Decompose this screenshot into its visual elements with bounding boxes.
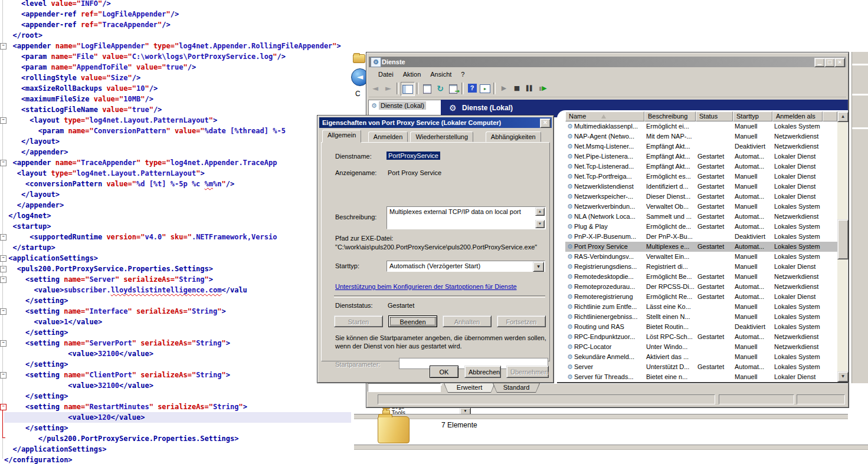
help-icon[interactable]: ? (466, 82, 479, 95)
code-token: > (226, 339, 230, 347)
table-row[interactable]: ⚙NLA (Network Loca...Sammelt und ...Gest… (565, 212, 837, 222)
table-row[interactable]: ⚙Net.Tcp-Portfreiga...Ermöglicht es...Ge… (565, 172, 837, 182)
service-name-value[interactable]: PortProxyService (386, 152, 440, 160)
tree-item-dienste-lokal[interactable]: ⚙ Dienste (Lokal) (371, 102, 426, 110)
menu-item-?[interactable]: ? (461, 68, 464, 80)
minimize-button[interactable]: ▁ (814, 58, 825, 67)
table-row[interactable]: ⚙Net.Pipe-Listenera...Empfängt Akt...Ges… (565, 152, 837, 162)
description-textarea[interactable]: Multiplexes external TCP/IP data on loca… (386, 206, 546, 229)
fortsetzen-button[interactable]: Fortsetzen (497, 315, 546, 327)
column-header-beschreibung[interactable]: Beschreibung (644, 111, 696, 121)
service-gear-icon: ⚙ (567, 183, 573, 190)
code-token: > (222, 307, 226, 315)
start-service-icon[interactable]: ▶ (497, 82, 510, 95)
table-row[interactable]: ⚙RemoteregistrierungErmöglicht Re...Gest… (565, 292, 837, 302)
code-line: </layout> (4, 136, 351, 147)
dialog-title-bar[interactable]: Eigenschaften von Port Proxy Service (Lo… (319, 117, 552, 128)
table-row[interactable]: ⚙RPC-LocatorUnter Windo...ManuellNetzwer… (565, 342, 837, 352)
restart-service-icon[interactable]: ▮▶ (536, 82, 549, 95)
view-tab-erweitert[interactable]: Erweitert (444, 383, 495, 393)
scroll-up-icon[interactable]: ▲ (837, 111, 849, 122)
table-row[interactable]: ⚙NAP-Agent (Netwo...Mit dem NAP-...Manue… (565, 131, 837, 141)
tab-allgemein[interactable]: Allgemein (322, 130, 361, 143)
table-row[interactable]: ⚙Richtlinienergebniss...Stellt einen N..… (565, 312, 837, 322)
cancel-button[interactable]: Abbrechen (464, 366, 501, 378)
table-row[interactable]: ⚙RAS-Verbindungsv...Verwaltet Ein...Manu… (565, 252, 837, 262)
close-icon[interactable]: × (540, 119, 551, 128)
column-header-status[interactable]: Status (696, 111, 733, 121)
code-line: <appender-ref ref="LogFileAppender"/> (4, 9, 351, 19)
services-title-bar[interactable]: ⚙ Dienste ▁ □ × (369, 57, 846, 67)
xml-editor[interactable]: −−−−−−−−−−− <level value="INFO"/> <appen… (0, 0, 366, 464)
code-token: ClientPort (90, 371, 132, 379)
starttype-select[interactable]: Automatisch (Verzögerter Start) ▼ (386, 261, 545, 272)
code-token: %n (213, 180, 221, 188)
menu-item-datei[interactable]: Datei (378, 68, 394, 80)
table-row[interactable]: ⚙Plug & PlayErmöglicht de...GestartetAut… (565, 222, 837, 232)
table-row[interactable]: ⚙NetzwerklistendienstIdentifiziert d...G… (565, 182, 837, 192)
forward-icon[interactable]: ► (382, 82, 395, 95)
table-row[interactable]: ⚙Routing und RASBietet Routin...Deaktivi… (565, 322, 837, 332)
ok-button[interactable]: OK (430, 366, 458, 378)
scrollbar-thumb[interactable] (837, 219, 849, 259)
export-list-icon[interactable]: → (447, 82, 460, 95)
scroll-down-icon[interactable]: ▼ (837, 371, 849, 382)
code-token: /> (132, 74, 140, 82)
table-row[interactable]: ⚙RPC-Endpunktzuor...Löst RPC-Sch...Gesta… (565, 332, 837, 342)
maximize-button[interactable]: □ (824, 58, 835, 67)
pause-service-icon[interactable]: ▌▌ (523, 82, 536, 95)
scroll-down-icon[interactable]: ▼ (535, 220, 545, 228)
back-icon[interactable]: ◄ (369, 82, 382, 95)
table-row[interactable]: ⚙ServerUnterstützt D...GestartetAutomat.… (565, 362, 837, 372)
scroll-up-icon[interactable]: ▲ (535, 208, 545, 216)
table-row[interactable]: ⚙Netzwerkverbindun...Verwaltet Ob...Gest… (565, 202, 837, 212)
menu-item-aktion[interactable]: Aktion (403, 68, 421, 80)
cell-starttyp: Automat... (733, 242, 772, 252)
code-token: <maximumFileSize (4, 95, 94, 103)
code-area[interactable]: <level value="INFO"/> <appender-ref ref=… (4, 0, 351, 464)
table-row[interactable]: ⚙PnP-X-IP-Busenum...Der PnP-X-Bu...Deakt… (565, 232, 837, 242)
table-row[interactable]: ⚙Port Proxy ServiceMultiplexes e...Gesta… (565, 242, 837, 252)
chevron-down-icon[interactable]: ▼ (533, 262, 544, 272)
table-row[interactable]: ⚙Netzwerkspeicher-...Dieser Dienst...Ges… (565, 192, 837, 202)
properties-icon[interactable] (421, 82, 434, 95)
service-gear-icon: ⚙ (567, 203, 573, 210)
tab-abhngigkeiten[interactable]: Abhängigkeiten (486, 131, 541, 142)
apply-button[interactable]: Übernehmen (506, 366, 549, 378)
cell-beschreibung: Der RPCSS-Di... (644, 282, 696, 292)
extended-view-icon[interactable]: ▸ (479, 82, 492, 95)
tab-anmelden[interactable]: Anmelden (368, 131, 408, 142)
starten-button[interactable]: Starten (334, 315, 383, 327)
table-row[interactable]: ⚙Richtlinie zum Entfe...Lässt eine Ko...… (565, 302, 837, 312)
view-tab-standard[interactable]: Standard (493, 383, 540, 393)
vertical-scrollbar[interactable]: ▲ ▼ (837, 111, 847, 382)
tab-wiederherstellung[interactable]: Wiederherstellung (410, 131, 473, 142)
menu-item-ansicht[interactable]: Ansicht (430, 68, 451, 80)
code-token: " (128, 63, 136, 71)
table-row[interactable]: ⚙Remoteprozedurau...Der RPCSS-Di...Gesta… (565, 282, 837, 292)
code-token: /> (188, 63, 196, 71)
column-header-starttyp[interactable]: Starttyp (733, 111, 772, 121)
table-row[interactable]: ⚙Net.Msmq-Listener...Empfängt Akt...Deak… (565, 141, 837, 152)
table-row[interactable]: ⚙Net.Tcp-Listenerad...Empfängt Akt...Ges… (565, 162, 837, 172)
close-button[interactable]: × (834, 58, 845, 67)
table-row[interactable]: ⚙Server für Threads...Bietet eine n...Ma… (565, 372, 837, 382)
stop-service-icon[interactable]: ■ (510, 82, 523, 95)
code-token: INFO (81, 0, 98, 8)
table-row[interactable]: ⚙Registrierungsdiens...Registriert di...… (565, 262, 837, 272)
code-token: " (145, 42, 153, 50)
anhalten-button[interactable]: Anhalten (443, 315, 492, 327)
code-token: ServerPort (90, 339, 132, 347)
column-header-stub[interactable] (823, 111, 837, 121)
cell-name: ⚙Port Proxy Service (565, 242, 644, 252)
column-header-anmeldenals[interactable]: Anmelden als (772, 111, 823, 121)
code-token: " (136, 159, 145, 167)
table-row[interactable]: ⚙Remotedesktopdie...Ermöglicht Be...Gest… (565, 272, 837, 282)
startup-help-link[interactable]: Unterstützung beim Konfigurieren der Sta… (335, 283, 517, 290)
table-row[interactable]: ⚙Sekundäre Anmeld...Aktiviert das ...Man… (565, 352, 837, 362)
show-tree-icon[interactable] (401, 82, 415, 96)
column-header-name[interactable]: Name (565, 111, 644, 121)
beenden-button[interactable]: Beenden (388, 315, 437, 327)
table-row[interactable]: ⚙Multimediaklassenpl...Ermöglicht ei...M… (565, 121, 837, 131)
refresh-icon[interactable]: ↻ (434, 82, 447, 95)
